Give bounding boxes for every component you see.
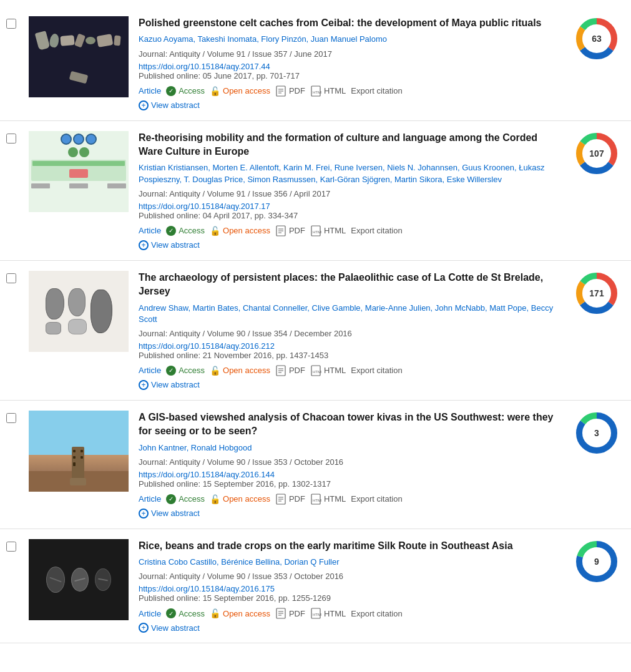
author-link[interactable]: Flory Pinzón: [261, 34, 306, 44]
metric-column: 107: [569, 131, 625, 176]
author-link[interactable]: Martin Bates: [193, 303, 238, 313]
author-link[interactable]: Cristina Cobo Castillo: [139, 557, 217, 567]
article-checkbox[interactable]: [6, 273, 16, 283]
access-badge: ✓ Access: [166, 86, 205, 96]
pdf-button[interactable]: PDF: [275, 85, 305, 97]
author-link[interactable]: Clive Gamble: [312, 303, 361, 313]
author-link[interactable]: Eske Willerslev: [447, 175, 502, 184]
altmetric-donut[interactable]: 9: [574, 539, 619, 584]
article-link[interactable]: Article: [139, 86, 161, 95]
author-link[interactable]: John McNabb: [435, 303, 485, 313]
access-check-icon: ✓: [166, 226, 176, 236]
article-link[interactable]: Article: [139, 226, 161, 235]
access-badge: ✓ Access: [166, 366, 205, 376]
article-checkbox[interactable]: [6, 134, 16, 144]
metric-column: 63: [569, 16, 625, 61]
doi-link[interactable]: https://doi.org/10.15184/aqy.2016.212: [139, 341, 275, 351]
author-link[interactable]: Kristian Kristiansen: [139, 163, 208, 172]
author-link[interactable]: Dorian Q Fuller: [284, 557, 339, 567]
author-link[interactable]: Karl-Göran Sjögren: [320, 175, 390, 184]
open-access-badge: 🔓 Open access: [210, 86, 270, 96]
author-link[interactable]: Guus Kroonen: [462, 163, 514, 172]
author-link[interactable]: Juan Manuel Palomo: [311, 34, 387, 44]
open-access-icon: 🔓: [210, 494, 220, 504]
export-citation-button[interactable]: Export citation: [351, 609, 402, 618]
article-link[interactable]: Article: [139, 366, 161, 375]
author-link[interactable]: Takeshi Inomata: [197, 34, 257, 44]
export-citation-button[interactable]: Export citation: [351, 366, 402, 375]
open-access-badge: 🔓 Open access: [210, 366, 270, 376]
access-check-icon: ✓: [166, 608, 176, 618]
article-checkbox[interactable]: [6, 19, 16, 29]
pdf-icon: [275, 85, 286, 97]
article-actions: Article ✓ Access 🔓 Open access: [139, 608, 562, 619]
html-icon: HTML: [310, 85, 321, 97]
pdf-icon: [275, 608, 286, 619]
doi-link[interactable]: https://doi.org/10.15184/aqy.2017.17: [139, 202, 270, 211]
view-abstract-button[interactable]: + View abstract: [139, 509, 562, 519]
article-title: The archaeology of persistent places: th…: [139, 271, 562, 299]
pdf-button[interactable]: PDF: [275, 365, 305, 376]
export-citation-button[interactable]: Export citation: [351, 86, 402, 95]
access-badge: ✓ Access: [166, 608, 205, 618]
article-link[interactable]: Article: [139, 609, 161, 618]
access-label: Access: [179, 494, 205, 504]
doi-link[interactable]: https://doi.org/10.15184/aqy.2016.144: [139, 470, 275, 479]
view-abstract-button[interactable]: + View abstract: [139, 240, 562, 250]
author-link[interactable]: Niels N. Johannsen: [387, 163, 457, 172]
view-abstract-button[interactable]: + View abstract: [139, 380, 562, 390]
article-published: Published online: 04 April 2017, pp. 334…: [139, 211, 562, 220]
html-button[interactable]: HTML HTML: [310, 608, 346, 619]
altmetric-score: 9: [594, 557, 599, 567]
doi-link[interactable]: https://doi.org/10.15184/aqy.2016.175: [139, 584, 275, 593]
altmetric-donut[interactable]: 171: [574, 271, 619, 316]
author-link[interactable]: Simon Rasmussen: [247, 175, 315, 184]
author-link[interactable]: Kazuo Aoyama: [139, 34, 193, 44]
plus-icon: +: [139, 623, 149, 633]
author-link[interactable]: Matt Pope: [489, 303, 526, 313]
plus-icon: +: [139, 100, 149, 110]
access-check-icon: ✓: [166, 494, 176, 504]
article-published: Published online: 15 September 2016, pp.…: [139, 479, 562, 489]
pdf-button[interactable]: PDF: [275, 494, 305, 505]
export-citation-button[interactable]: Export citation: [351, 226, 402, 235]
article-link[interactable]: Article: [139, 494, 161, 504]
html-icon: HTML: [310, 365, 321, 376]
doi-link[interactable]: https://doi.org/10.15184/aqy.2017.44: [139, 62, 270, 71]
article-authors: Andrew Shaw, Martin Bates, Chantal Conne…: [139, 303, 562, 325]
access-check-icon: ✓: [166, 366, 176, 376]
author-link[interactable]: Andrew Shaw: [139, 303, 188, 313]
access-label: Access: [179, 366, 205, 375]
author-link[interactable]: Bérénice Bellina: [221, 557, 280, 567]
svg-text:HTML: HTML: [313, 613, 321, 616]
author-link[interactable]: Marie-Anne Julien: [365, 303, 431, 313]
author-link[interactable]: Martin Sikora: [394, 175, 443, 184]
article-checkbox[interactable]: [6, 413, 16, 423]
author-link[interactable]: Rune Iversen: [335, 163, 383, 172]
article-title: Polished greenstone celt caches from Cei…: [139, 16, 562, 30]
author-link[interactable]: Morten E. Allentoft: [213, 163, 279, 172]
pdf-button[interactable]: PDF: [275, 225, 305, 236]
html-button[interactable]: HTML HTML: [310, 225, 346, 236]
altmetric-donut[interactable]: 63: [574, 16, 619, 61]
article-item: Polished greenstone celt caches from Cei…: [0, 6, 631, 121]
access-badge: ✓ Access: [166, 226, 205, 236]
article-checkbox[interactable]: [6, 542, 16, 552]
article-authors: Cristina Cobo Castillo, Bérénice Bellina…: [139, 557, 562, 568]
pdf-button[interactable]: PDF: [275, 608, 305, 619]
view-abstract-button[interactable]: + View abstract: [139, 623, 562, 633]
metric-column: 171: [569, 271, 625, 316]
author-link[interactable]: Chantal Conneller: [243, 303, 307, 313]
html-label: HTML: [324, 226, 346, 235]
author-link[interactable]: Karin M. Frei: [283, 163, 330, 172]
author-link[interactable]: Ronald Hobgood: [191, 443, 252, 452]
author-link[interactable]: T. Douglas Price: [184, 175, 243, 184]
author-link[interactable]: John Kantner: [139, 443, 187, 452]
export-citation-button[interactable]: Export citation: [351, 494, 402, 504]
html-button[interactable]: HTML HTML: [310, 85, 346, 97]
altmetric-donut[interactable]: 3: [574, 411, 619, 455]
altmetric-donut[interactable]: 107: [574, 131, 619, 176]
html-button[interactable]: HTML HTML: [310, 494, 346, 505]
view-abstract-button[interactable]: + View abstract: [139, 100, 562, 110]
html-button[interactable]: HTML HTML: [310, 365, 346, 376]
